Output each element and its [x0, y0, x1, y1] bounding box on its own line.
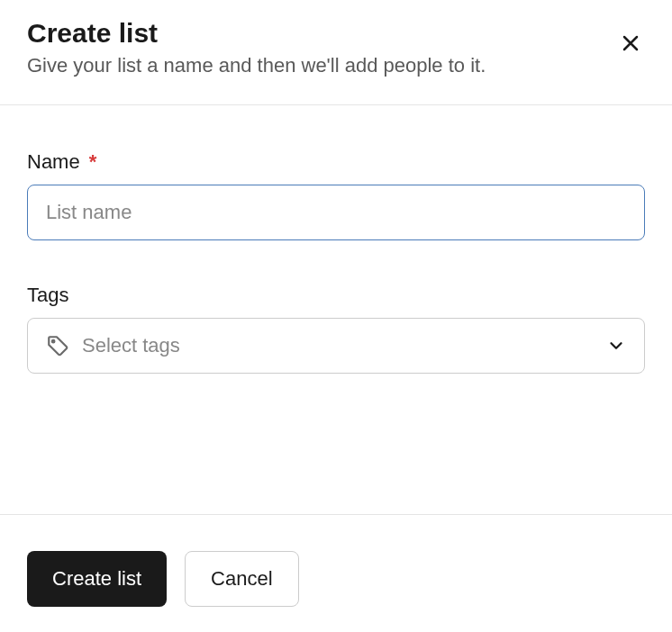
close-icon	[620, 32, 641, 54]
dialog-header: Create list Give your list a name and th…	[0, 0, 672, 105]
svg-point-0	[52, 340, 55, 343]
tags-field-group: Tags Select tags	[27, 284, 645, 374]
tags-placeholder: Select tags	[82, 334, 594, 357]
chevron-down-icon	[606, 336, 626, 356]
dialog-subtitle: Give your list a name and then we'll add…	[27, 54, 645, 77]
name-label: Name *	[27, 150, 645, 174]
name-label-text: Name	[27, 150, 80, 173]
name-input[interactable]	[27, 185, 645, 240]
dialog-content: Name * Tags Select tags	[0, 105, 672, 514]
cancel-button[interactable]: Cancel	[185, 551, 298, 607]
create-list-button[interactable]: Create list	[27, 551, 167, 607]
tag-icon	[46, 334, 69, 357]
dialog-title: Create list	[27, 18, 645, 49]
required-indicator: *	[89, 150, 97, 173]
close-button[interactable]	[616, 29, 645, 58]
name-field-group: Name *	[27, 150, 645, 240]
tags-label: Tags	[27, 284, 645, 307]
dialog-footer: Create list Cancel	[0, 514, 672, 632]
tags-select[interactable]: Select tags	[27, 318, 645, 374]
